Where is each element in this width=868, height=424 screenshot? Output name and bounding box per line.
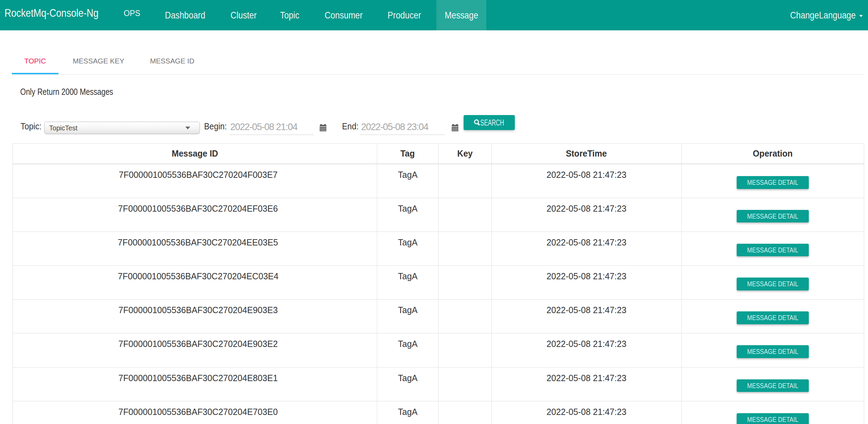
message-page: TOPICMESSAGE KEYMESSAGE ID Only Return 2…: [0, 46, 868, 424]
column-header-operation: Operation: [681, 143, 864, 164]
column-header-storetime: StoreTime: [492, 143, 682, 164]
topic-select[interactable]: TopicTest: [44, 122, 200, 135]
message-detail-button[interactable]: MESSAGE DETAIL: [737, 379, 809, 392]
nav-item-label: Message: [444, 0, 478, 30]
messages-table: Message IDTagKeyStoreTimeOperation 7F000…: [13, 143, 864, 424]
tab-label: MESSAGE ID: [150, 46, 194, 76]
tab-topic[interactable]: TOPIC: [12, 46, 59, 74]
message-detail-button[interactable]: MESSAGE DETAIL: [737, 345, 809, 358]
store-time-cell: 2022-05-08 21:47:23: [492, 300, 682, 333]
store-time-cell: 2022-05-08 21:47:23: [492, 164, 682, 198]
message-detail-button[interactable]: MESSAGE DETAIL: [737, 244, 809, 257]
begin-label: Begin:: [204, 122, 230, 131]
nav-item-message[interactable]: Message: [436, 0, 486, 30]
change-language-menu[interactable]: ChangeLanguage: [778, 0, 863, 30]
message-detail-label: MESSAGE DETAIL: [747, 379, 798, 392]
notice-text: Only Return 2000 Messages: [20, 87, 868, 96]
message-id-cell: 7F000001005536BAF30C270204EE03E5: [13, 232, 377, 265]
store-time-cell: 2022-05-08 21:47:23: [492, 333, 682, 367]
column-header-tag: Tag: [377, 143, 439, 164]
operation-cell: MESSAGE DETAIL: [681, 333, 864, 367]
nav-item-label: Cluster: [231, 0, 257, 30]
message-detail-button[interactable]: MESSAGE DETAIL: [737, 176, 809, 189]
store-time-cell: 2022-05-08 21:47:23: [492, 401, 682, 424]
message-detail-label: MESSAGE DETAIL: [747, 345, 798, 358]
key-cell: [439, 401, 492, 424]
nav-item-producer[interactable]: Producer: [379, 0, 430, 30]
key-cell: [439, 198, 492, 232]
message-detail-button[interactable]: MESSAGE DETAIL: [737, 311, 809, 324]
table-row: 7F000001005536BAF30C270204E803E1TagA2022…: [13, 367, 864, 401]
table-row: 7F000001005536BAF30C270204EC03E4TagA2022…: [13, 266, 864, 300]
table-row: 7F000001005536BAF30C270204E703E0TagA2022…: [13, 401, 864, 424]
operation-cell: MESSAGE DETAIL: [681, 367, 864, 401]
select-arrow-icon: [185, 127, 190, 129]
column-header-message-id: Message ID: [13, 143, 377, 164]
table-row: 7F000001005536BAF30C270204F003E7TagA2022…: [13, 164, 864, 198]
operation-cell: MESSAGE DETAIL: [681, 401, 864, 424]
message-detail-label: MESSAGE DETAIL: [747, 244, 798, 257]
message-id-cell: 7F000001005536BAF30C270204E903E2: [13, 333, 377, 367]
nav-item-topic[interactable]: Topic: [272, 0, 308, 30]
key-cell: [439, 367, 492, 401]
store-time-cell: 2022-05-08 21:47:23: [492, 232, 682, 265]
key-cell: [439, 164, 492, 198]
operation-cell: MESSAGE DETAIL: [681, 232, 864, 265]
tag-cell: TagA: [377, 333, 439, 367]
key-cell: [439, 232, 492, 265]
key-cell: [439, 266, 492, 300]
tag-cell: TagA: [377, 401, 439, 424]
nav-item-cluster[interactable]: Cluster: [222, 0, 265, 30]
key-cell: [439, 300, 492, 333]
message-id-cell: 7F000001005536BAF30C270204EC03E4: [13, 266, 377, 300]
message-detail-button[interactable]: MESSAGE DETAIL: [737, 413, 809, 424]
message-id-cell: 7F000001005536BAF30C270204EF03E6: [13, 198, 377, 232]
search-button[interactable]: SEARCH: [464, 115, 515, 130]
begin-time-input[interactable]: [229, 119, 314, 135]
end-time-input[interactable]: [360, 119, 445, 135]
table-row: 7F000001005536BAF30C270204E903E3TagA2022…: [13, 300, 864, 333]
nav-item-label: OPS: [124, 0, 140, 28]
message-id-cell: 7F000001005536BAF30C270204E803E1: [13, 367, 377, 401]
nav-item-ops[interactable]: OPS: [116, 0, 149, 28]
operation-cell: MESSAGE DETAIL: [681, 266, 864, 300]
tag-cell: TagA: [377, 266, 439, 300]
message-id-cell: 7F000001005536BAF30C270204E703E0: [13, 401, 377, 424]
message-detail-label: MESSAGE DETAIL: [747, 311, 798, 324]
column-header-key: Key: [439, 143, 492, 164]
message-id-cell: 7F000001005536BAF30C270204E903E3: [13, 300, 377, 333]
topic-label: Topic:: [21, 122, 44, 131]
message-detail-button[interactable]: MESSAGE DETAIL: [737, 278, 809, 290]
search-mode-tabs: TOPICMESSAGE KEYMESSAGE ID: [12, 46, 864, 75]
table-row: 7F000001005536BAF30C270204EF03E6TagA2022…: [13, 198, 864, 232]
topic-select-value: TopicTest: [49, 122, 80, 134]
tag-cell: TagA: [377, 164, 439, 198]
tag-cell: TagA: [377, 198, 439, 232]
table-row: 7F000001005536BAF30C270204EE03E5TagA2022…: [13, 232, 864, 265]
end-calendar-icon[interactable]: [452, 124, 458, 131]
store-time-cell: 2022-05-08 21:47:23: [492, 367, 682, 401]
message-detail-label: MESSAGE DETAIL: [747, 413, 798, 424]
search-icon: [474, 119, 480, 126]
app-brand[interactable]: RocketMq-Console-Ng: [5, 0, 116, 28]
nav-item-label: Dashboard: [165, 0, 205, 30]
begin-calendar-icon[interactable]: [320, 124, 326, 131]
search-form: Topic: TopicTest Begin: End: SEARCH: [13, 115, 868, 136]
message-detail-label: MESSAGE DETAIL: [747, 210, 798, 223]
message-id-cell: 7F000001005536BAF30C270204F003E7: [13, 164, 377, 198]
tag-cell: TagA: [377, 300, 439, 333]
operation-cell: MESSAGE DETAIL: [681, 300, 864, 333]
table-header: Message IDTagKeyStoreTimeOperation: [13, 143, 864, 164]
message-detail-button[interactable]: MESSAGE DETAIL: [737, 210, 809, 223]
operation-cell: MESSAGE DETAIL: [681, 198, 864, 232]
tag-cell: TagA: [377, 367, 439, 401]
store-time-cell: 2022-05-08 21:47:23: [492, 198, 682, 232]
caret-down-icon: [859, 15, 863, 17]
key-cell: [439, 333, 492, 367]
nav-item-dashboard[interactable]: Dashboard: [156, 0, 214, 30]
store-time-cell: 2022-05-08 21:47:23: [492, 266, 682, 300]
tab-message-key[interactable]: MESSAGE KEY: [59, 46, 138, 74]
nav-item-consumer[interactable]: Consumer: [317, 0, 371, 30]
tab-message-id[interactable]: MESSAGE ID: [138, 46, 206, 74]
message-detail-label: MESSAGE DETAIL: [747, 278, 798, 290]
